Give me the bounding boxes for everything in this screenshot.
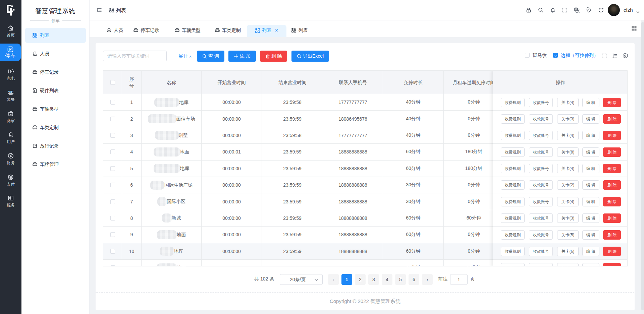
svg-text:VIP: VIP [8,90,13,93]
svg-text:P: P [9,47,11,51]
